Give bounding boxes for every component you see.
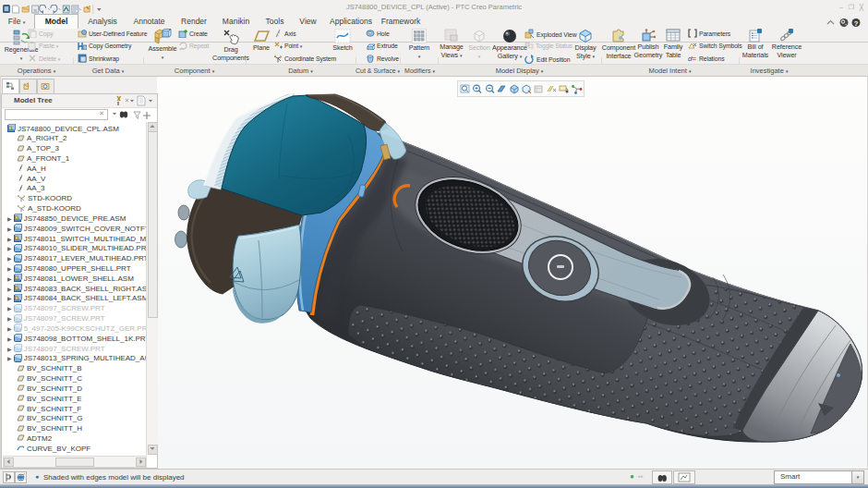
svg-text:d=: d= [688, 55, 696, 63]
